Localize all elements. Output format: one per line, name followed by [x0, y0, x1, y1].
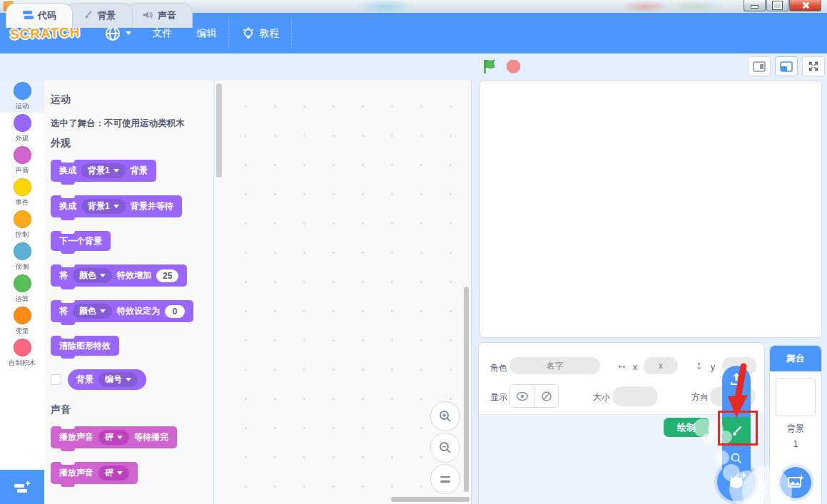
- code-blocks-icon: [22, 10, 34, 22]
- dropdown-value: 背景1: [88, 200, 110, 212]
- sprite-label: 角色: [490, 362, 507, 374]
- stage-thumbnail[interactable]: [776, 378, 816, 416]
- x-label: x: [633, 362, 637, 372]
- editor-top-band: [0, 53, 827, 81]
- green-flag-icon[interactable]: [482, 58, 498, 74]
- small-stage-icon: [753, 61, 766, 72]
- scratch-block[interactable]: 下一个背景: [51, 231, 111, 251]
- show-label: 显示: [490, 391, 507, 403]
- category-color-dot: [14, 178, 31, 196]
- backdrops-label: 背景: [770, 423, 821, 435]
- edit-menu-label: 编辑: [196, 27, 216, 40]
- block-dropdown[interactable]: 颜色: [73, 268, 112, 283]
- show-sprite-button[interactable]: [510, 385, 534, 407]
- block-number-input[interactable]: 0: [165, 305, 185, 318]
- scratch-block[interactable]: 将颜色特效设定为0: [51, 300, 193, 322]
- category-color-dot: [14, 307, 31, 324]
- tab-costumes[interactable]: 背景: [66, 3, 133, 28]
- scratch-block[interactable]: 清除图形特效: [51, 336, 119, 356]
- palette-row: 背景编号: [51, 369, 213, 390]
- palette-note: 选中了舞台：不可使用运动类积木: [51, 118, 213, 130]
- category-item-sensing[interactable]: 侦测: [0, 241, 44, 273]
- fullscreen-button[interactable]: [802, 56, 825, 76]
- large-stage-button[interactable]: [775, 56, 798, 76]
- stage-display[interactable]: [480, 81, 822, 338]
- maximize-button[interactable]: [766, 0, 788, 11]
- category-item-control[interactable]: 控制: [0, 209, 44, 241]
- code-workspace[interactable]: [223, 81, 472, 504]
- small-stage-button[interactable]: [748, 56, 771, 76]
- scratch-block[interactable]: 播放声音砰等待播完: [51, 426, 177, 448]
- block-dropdown[interactable]: 背景1: [81, 163, 126, 178]
- palette-row: 将颜色特效设定为0: [51, 300, 213, 322]
- palette-row: 播放声音砰: [51, 462, 213, 484]
- block-palette: 运动选中了舞台：不可使用运动类积木外观换成背景1背景换成背景1背景并等待下一个背…: [44, 81, 214, 504]
- block-dropdown[interactable]: 颜色: [73, 304, 112, 319]
- block-label: 换成: [59, 165, 76, 177]
- scratch-block[interactable]: 背景编号: [68, 369, 146, 390]
- block-dropdown[interactable]: 砰: [98, 466, 129, 480]
- scratch-block[interactable]: 换成背景1背景: [51, 160, 156, 182]
- tab-sounds[interactable]: 声音: [126, 3, 193, 28]
- block-dropdown[interactable]: 背景1: [81, 199, 126, 214]
- palette-row: 播放声音砰等待播完: [51, 426, 213, 448]
- tab-label: 声音: [158, 9, 176, 22]
- workspace-vertical-scrollbar[interactable]: [464, 287, 469, 492]
- workspace-horizontal-scrollbar[interactable]: [391, 497, 470, 502]
- block-label: 清除图形特效: [59, 340, 111, 352]
- eye-slash-icon: [540, 391, 553, 402]
- zoom-out-button[interactable]: [430, 433, 460, 463]
- palette-section-title: 运动: [51, 93, 213, 106]
- chevron-down-icon: [117, 436, 123, 439]
- block-label: 背景: [131, 165, 148, 177]
- category-label: 声音: [16, 165, 29, 175]
- palette-scrollbar[interactable]: [215, 81, 223, 504]
- menu-item-tutorials[interactable]: 教程: [230, 13, 291, 53]
- block-dropdown[interactable]: 编号: [98, 372, 138, 387]
- category-item-variables[interactable]: 变量: [0, 305, 44, 337]
- block-label: 等待播完: [134, 431, 168, 443]
- palette-section-title: 声音: [51, 403, 213, 416]
- palette-scrollbar-thumb[interactable]: [216, 83, 222, 178]
- hide-sprite-button[interactable]: [534, 385, 558, 407]
- close-icon: [801, 1, 809, 9]
- sprite-x-input[interactable]: x: [644, 357, 678, 374]
- stop-sign-icon[interactable]: [507, 60, 520, 73]
- category-item-events[interactable]: 事件: [0, 177, 44, 209]
- category-item-operators[interactable]: 运算: [0, 273, 44, 305]
- category-item-motion[interactable]: 运动: [0, 81, 44, 113]
- category-item-looks[interactable]: 外观: [0, 113, 44, 145]
- block-label: 特效设定为: [117, 305, 160, 317]
- sprite-size-input[interactable]: [612, 386, 658, 406]
- large-stage-icon: [780, 61, 793, 72]
- bubble-decoration: [715, 451, 729, 465]
- zoom-out-icon: [438, 441, 452, 455]
- add-extension-button[interactable]: [0, 470, 44, 504]
- fullscreen-icon: [808, 61, 819, 72]
- category-item-myblocks[interactable]: 自制积木: [0, 337, 44, 369]
- tab-code[interactable]: 代码: [6, 3, 73, 28]
- chevron-down-icon: [126, 31, 131, 35]
- category-label: 变量: [16, 326, 29, 335]
- zoom-in-button[interactable]: [430, 401, 460, 431]
- sprite-name-input[interactable]: 名字: [509, 357, 600, 374]
- block-label: 特效增加: [117, 269, 151, 282]
- monitor-checkbox[interactable]: [51, 374, 61, 385]
- scratch-block[interactable]: 将颜色特效增加25: [51, 264, 187, 287]
- stage-panel-header[interactable]: 舞台: [770, 346, 821, 371]
- block-label: 换成: [59, 200, 76, 212]
- scratch-block[interactable]: 播放声音砰: [51, 462, 138, 484]
- block-label: 下一个背景: [59, 235, 102, 247]
- close-button[interactable]: [789, 0, 821, 11]
- dropdown-value: 背景1: [88, 165, 110, 177]
- block-label: 播放声音: [59, 431, 93, 443]
- block-dropdown[interactable]: 砰: [98, 430, 129, 445]
- zoom-reset-button[interactable]: [430, 464, 460, 494]
- scratch-block[interactable]: 换成背景1背景并等待: [51, 195, 182, 217]
- minimize-button[interactable]: [744, 0, 766, 11]
- tutorials-menu-label: 教程: [259, 27, 279, 40]
- category-label: 运动: [16, 101, 29, 110]
- category-item-sound[interactable]: 声音: [0, 145, 44, 177]
- block-number-input[interactable]: 25: [156, 269, 178, 282]
- category-color-dot: [14, 339, 31, 356]
